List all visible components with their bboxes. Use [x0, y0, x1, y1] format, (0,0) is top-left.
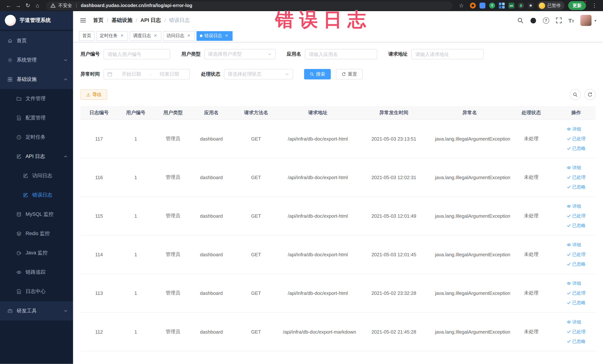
row-action-ignored[interactable]: 已忽略 [567, 145, 586, 152]
row-action-ignored[interactable]: 已忽略 [567, 299, 586, 306]
row-action-processed[interactable]: 已处理 [567, 136, 586, 142]
avatar-caret-icon[interactable]: ▾ [594, 18, 596, 23]
sidebar-item-scheduled-tasks[interactable]: 定时任务 [0, 128, 73, 147]
extension-icon-7[interactable] [528, 3, 534, 9]
row-action-processed[interactable]: 已处理 [567, 213, 586, 219]
sidebar-item-file-management[interactable]: 文件管理 [0, 89, 73, 108]
toolbox-icon [7, 308, 13, 313]
sidebar-item-java-monitor[interactable]: Java 监控 [0, 243, 73, 263]
row-action-detail[interactable]: 详细 [567, 319, 581, 325]
close-icon[interactable]: × [153, 33, 158, 38]
toggle-search-button[interactable] [570, 89, 581, 100]
sidebar-item-system-management[interactable]: 系统管理 [0, 50, 73, 70]
hamburger-menu-icon[interactable] [80, 17, 86, 24]
app-logo-row[interactable]: 芋道管理系统 [0, 11, 73, 30]
breadcrumb-home[interactable]: 首页 [93, 17, 104, 24]
header-search-icon[interactable] [517, 17, 523, 24]
tag-schedule-log[interactable]: 调度日志 × [130, 31, 161, 41]
layers-icon [16, 231, 22, 236]
cell-user-id: 1 [117, 312, 154, 351]
sidebar-item-log-center[interactable]: 日志中心 [0, 282, 73, 301]
row-action-ignored[interactable]: 已忽略 [567, 261, 586, 267]
table-row: 116 1 管理员 dashboard GET /api/infra/db-do… [81, 158, 596, 197]
sidebar-item-access-log[interactable]: 访问日志 [0, 166, 73, 186]
github-icon[interactable] [530, 17, 536, 24]
refresh-table-button[interactable] [584, 89, 596, 100]
cell-exception-name: java.lang.IllegalArgumentException [434, 274, 506, 312]
sidebar-item-error-log[interactable]: 错误日志 [0, 186, 73, 205]
row-action-processed[interactable]: 已处理 [567, 174, 586, 180]
export-button[interactable]: 导出 [81, 89, 107, 100]
extension-icon-6[interactable] [518, 3, 524, 9]
reset-button[interactable]: 重置 [336, 69, 363, 79]
browser-forward-button[interactable]: → [13, 0, 23, 11]
breadcrumb-infrastructure[interactable]: 基础设施 [112, 17, 132, 24]
user-avatar[interactable] [580, 15, 591, 26]
sidebar-item-home[interactable]: 首页 [0, 31, 73, 50]
extension-icon-5[interactable] [509, 3, 514, 9]
request-url-input[interactable] [411, 49, 484, 59]
fullscreen-icon[interactable] [555, 17, 562, 24]
exception-time-range-picker[interactable]: 开始日期 - 结束日期 [104, 69, 190, 79]
cell-method: GET [231, 312, 281, 351]
browser-back-button[interactable]: ← [4, 0, 13, 11]
close-icon[interactable]: × [119, 33, 125, 38]
sidebar-item-api-log[interactable]: API 日志 [0, 147, 73, 166]
tag-access-log[interactable]: 访问日志 × [163, 31, 195, 41]
bookmark-star-icon[interactable]: ☆ [457, 0, 466, 11]
chevron-down-icon [285, 72, 289, 76]
tag-scheduled-tasks[interactable]: 定时任务 × [96, 31, 128, 41]
row-action-detail[interactable]: 详细 [567, 203, 581, 209]
row-action-ignored[interactable]: 已忽略 [567, 338, 586, 344]
extension-icon-1[interactable] [470, 3, 476, 9]
user-id-input[interactable] [104, 49, 170, 59]
close-icon[interactable]: × [224, 33, 229, 38]
browser-reload-button[interactable]: ↻ [23, 0, 33, 11]
help-icon[interactable]: ? [543, 17, 549, 23]
font-size-icon[interactable]: TT [568, 17, 574, 23]
breadcrumb-api-log[interactable]: API 日志 [140, 17, 161, 24]
row-action-processed[interactable]: 已处理 [567, 290, 586, 296]
sidebar-item-link-tracing[interactable]: 链路追踪 [0, 263, 73, 282]
column-exception-name: 异常名 [434, 106, 506, 119]
tag-error-log[interactable]: 错误日志 × [197, 31, 232, 41]
row-action-ignored[interactable]: 已忽略 [567, 184, 586, 190]
row-action-processed[interactable]: 已处理 [567, 251, 586, 258]
eye-icon [567, 165, 571, 170]
security-label: 不安全 [58, 2, 72, 9]
cell-log-id: 112 [81, 312, 117, 351]
sidebar-item-config-management[interactable]: 配置管理 [0, 108, 73, 128]
browser-menu-icon[interactable]: ⋮ [590, 0, 599, 11]
browser-home-button[interactable]: ⌂ [33, 0, 42, 11]
row-action-processed[interactable]: 已处理 [567, 329, 586, 335]
search-button[interactable]: 搜索 [304, 69, 331, 79]
sidebar-item-dev-tools[interactable]: 研发工具 [0, 301, 73, 320]
column-process-status: 处理状态 [506, 106, 557, 119]
row-action-detail[interactable]: 详细 [567, 280, 581, 286]
profile-paused-badge[interactable]: 已暂停 [537, 1, 564, 10]
row-action-detail[interactable]: 详细 [567, 164, 581, 171]
user-type-select[interactable]: 请选择用户类型 [204, 49, 276, 59]
cell-actions: 详细 已处理 已忽略 [557, 235, 596, 274]
eye-icon [16, 270, 22, 275]
cell-log-id: 115 [81, 197, 117, 235]
extension-icon-2[interactable] [480, 3, 486, 9]
row-action-detail[interactable]: 详细 [567, 126, 581, 132]
cell-actions: 详细 已处理 已忽略 [557, 158, 596, 197]
sidebar-item-redis-monitor[interactable]: Redis 监控 [0, 224, 73, 243]
browser-update-button[interactable]: 更新 [568, 1, 586, 10]
folder-icon [16, 96, 22, 101]
row-action-detail[interactable]: 详细 [567, 242, 581, 248]
process-status-select[interactable]: 请选择处理状态 [224, 69, 293, 79]
tag-home[interactable]: 首页 [79, 31, 94, 41]
sidebar-item-mysql-monitor[interactable]: MySQL 监控 [0, 205, 73, 224]
address-bar[interactable]: 不安全 | dashboard.yudao.iocoder.cn/infra/l… [46, 1, 453, 10]
row-action-ignored[interactable]: 已忽略 [567, 222, 586, 229]
close-icon[interactable]: × [186, 33, 191, 38]
sidebar: 芋道管理系统 首页 系统管理 基础设施 [0, 11, 73, 364]
sidebar-item-infrastructure[interactable]: 基础设施 [0, 70, 73, 89]
app-name-label: 应用名 [287, 51, 301, 58]
extension-icon-3[interactable] [489, 3, 495, 9]
extension-icon-4[interactable] [499, 3, 505, 9]
app-name-input[interactable] [305, 49, 377, 59]
